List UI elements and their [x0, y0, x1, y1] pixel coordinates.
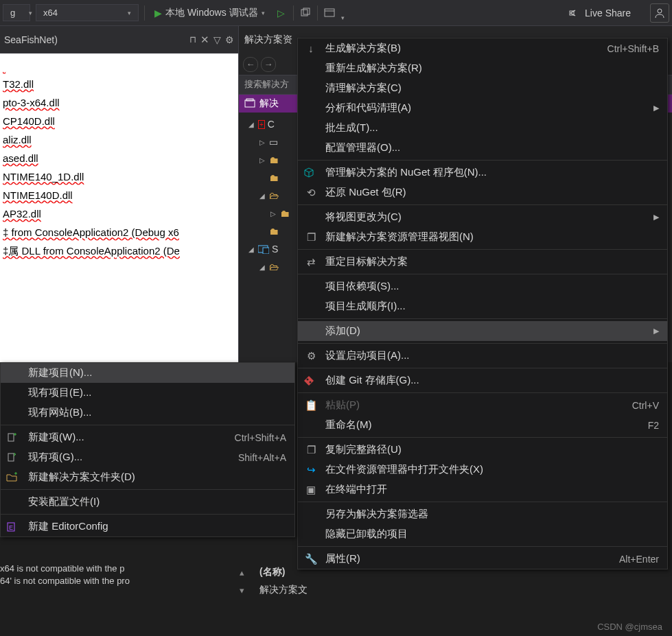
folder-icon: 🖿 — [280, 208, 290, 219]
svg-rect-0 — [301, 10, 308, 16]
context-menu: ↓生成解决方案(B)Ctrl+Shift+B重新生成解决方案(R)清理解决方案(… — [297, 38, 668, 569]
folder-icon: 🖿 — [269, 226, 279, 237]
menu-item[interactable]: ⇄重定目标解决方案 — [298, 252, 667, 272]
play-icon: ▶ — [154, 8, 162, 19]
submenu-arrow-icon: ▶ — [653, 104, 659, 113]
▣-icon: ▣ — [303, 484, 318, 496]
menu-item[interactable]: ↪在文件资源管理器中打开文件夹(X) — [298, 460, 667, 480]
pkg-icon — [303, 167, 318, 178]
menu-item[interactable]: 新建解决方案文件夹(D) — [1, 467, 294, 487]
menu-label: 属性(R) — [325, 552, 585, 565]
menu-item[interactable]: 项目生成顺序(I)... — [298, 296, 667, 316]
tab-title[interactable]: SeaFishNet) — [4, 34, 185, 45]
menu-item[interactable]: E新建 EditorConfig — [1, 517, 294, 537]
dropdown-icon[interactable]: ▾ — [341, 14, 345, 21]
menu-separator — [298, 274, 667, 274]
menu-separator — [298, 204, 667, 205]
menu-label: 分析和代码清理(A) — [325, 102, 633, 115]
cpp-add-icon: + — [258, 120, 265, 129]
menu-separator — [298, 318, 667, 319]
solution-icon — [244, 98, 255, 109]
search-placeholder: 搜索解决方 — [244, 79, 289, 89]
🔧-icon: 🔧 — [303, 553, 318, 565]
code-editor[interactable]: T32.dllpto-3-x64.dllCP140D.dllaliz.dllas… — [0, 54, 238, 362]
gear-icon[interactable]: ⚙ — [225, 34, 234, 45]
editor-tab-header: SeaFishNet) ⊓ ✕ ▽ ⚙ — [0, 26, 238, 54]
liveshare-button[interactable]: Live Share — [561, 8, 638, 19]
output-line: x64 is not compatible with the p — [0, 563, 247, 575]
code-line: AP32.dll — [3, 204, 238, 223]
menu-label: 清理解决方案(C) — [325, 82, 659, 95]
menu-label: 设置启动项目(A)... — [325, 349, 659, 362]
menu-item[interactable]: 批生成(T)... — [298, 118, 667, 138]
menu-item[interactable]: 现有项目(E)... — [1, 383, 294, 403]
menu-item[interactable]: ❐复制完整路径(U) — [298, 440, 667, 460]
menu-item[interactable]: ▣在终端中打开 — [298, 480, 667, 499]
menu-item[interactable]: 🔧属性(R)Alt+Enter — [298, 549, 667, 569]
menu-item[interactable]: 新建项目(N)... — [1, 363, 294, 383]
menu-label: 新建 EditorConfig — [28, 520, 286, 533]
menu-label: 添加(D) — [325, 325, 633, 338]
nav-back-icon[interactable]: ← — [243, 57, 258, 72]
code-line: aliz.dll — [3, 130, 238, 149]
layout-icon[interactable] — [323, 7, 336, 19]
menu-item[interactable]: 安装配置文件(I) — [1, 492, 294, 512]
menu-item[interactable]: 隐藏已卸载的项目 — [298, 524, 667, 544]
menu-separator — [298, 502, 667, 502]
platform-combo[interactable]: x64▾ — [36, 4, 139, 21]
config-combo[interactable]: g▾ — [3, 4, 30, 21]
scrollbar[interactable]: ▴▾ — [235, 567, 248, 597]
solution-root-label: 解决 — [259, 97, 279, 110]
↪-icon: ↪ — [303, 464, 318, 476]
start-debug-button[interactable]: ▶ 本地 Windows 调试器 ▾ — [150, 4, 269, 22]
shortcut-label: Alt+Enter — [619, 554, 659, 565]
menu-item[interactable]: 管理解决方案的 NuGet 程序包(N)... — [298, 163, 667, 182]
menu-label: 隐藏已卸载的项目 — [325, 528, 659, 541]
play-nodebug-icon[interactable]: ▷ — [275, 8, 288, 19]
menu-item[interactable]: 配置管理器(O)... — [298, 138, 667, 158]
menu-item[interactable]: 将视图更改为(C)▶ — [298, 207, 667, 227]
menu-item[interactable]: 另存为解决方案筛选器 — [298, 504, 667, 524]
menu-label: 重定目标解决方案 — [325, 255, 659, 268]
menu-label: 新建项目(N)... — [28, 366, 286, 379]
menu-item[interactable]: ⟲还原 NuGet 包(R) — [298, 182, 667, 202]
account-icon[interactable] — [650, 3, 669, 23]
menu-item[interactable]: ↓生成解决方案(B)Ctrl+Shift+B — [298, 38, 667, 58]
menu-item[interactable]: 创建 Git 存储库(G)... — [298, 370, 667, 390]
addfile-icon — [6, 452, 21, 463]
menu-item[interactable]: 现有网站(B)... — [1, 403, 294, 423]
❐-icon: ❐ — [303, 444, 318, 456]
code-line: CP140D.dll — [3, 112, 238, 130]
menu-item[interactable]: ⚙设置启动项目(A)... — [298, 346, 667, 366]
menu-separator — [298, 392, 667, 393]
menu-separator — [298, 546, 667, 547]
menu-label: 复制完整路径(U) — [325, 443, 659, 456]
folder-icon: ▭ — [269, 137, 278, 148]
menu-item[interactable]: 项目依赖项(S)... — [298, 276, 667, 296]
menu-item[interactable]: 现有项(G)...Shift+Alt+A — [1, 447, 294, 467]
svg-rect-1 — [303, 8, 310, 14]
menu-item[interactable]: ❐新建解决方案资源管理器视图(N) — [298, 227, 667, 247]
menu-item[interactable]: 重命名(M)F2 — [298, 415, 667, 435]
property-path-label: 解决方案文 — [259, 584, 308, 596]
filter-icon[interactable]: ▽ — [213, 34, 221, 45]
menu-label: 另存为解决方案筛选器 — [325, 508, 659, 521]
add-submenu: 新建项目(N)...现有项目(E)...现有网站(B)...新建项(W)...C… — [0, 362, 295, 537]
menu-item[interactable]: 分析和代码清理(A)▶ — [298, 98, 667, 118]
close-icon[interactable]: ✕ — [200, 34, 209, 46]
menu-item[interactable]: 添加(D)▶ — [298, 321, 667, 341]
menu-label: 在文件资源管理器中打开文件夹(X) — [325, 463, 659, 476]
nav-fwd-icon[interactable]: → — [261, 57, 276, 72]
menu-item[interactable]: 重新生成解决方案(R) — [298, 58, 667, 78]
stack-icon[interactable] — [299, 7, 312, 19]
properties-panel: (名称) 解决方案文 — [259, 566, 308, 596]
output-line: 64' is not compatible with the pro — [0, 575, 247, 587]
tree-label: C — [268, 119, 275, 130]
menu-label: 管理解决方案的 NuGet 程序包(N)... — [325, 166, 659, 179]
menu-item[interactable]: 清理解决方案(C) — [298, 78, 667, 98]
svg-point-10 — [307, 378, 309, 380]
menu-label: 现有项目(E)... — [28, 386, 286, 399]
menu-label: 生成解决方案(B) — [325, 42, 573, 55]
menu-item[interactable]: 新建项(W)...Ctrl+Shift+A — [1, 427, 294, 447]
pin-icon[interactable]: ⊓ — [189, 34, 196, 45]
